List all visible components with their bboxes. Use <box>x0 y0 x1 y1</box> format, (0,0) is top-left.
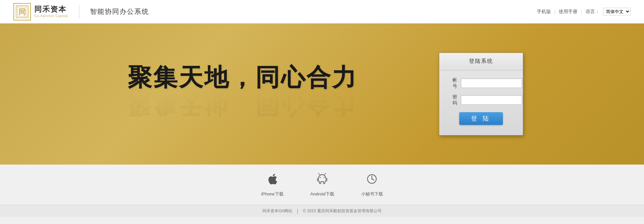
booklet-label: 小秘书下载 <box>361 191 383 197</box>
svg-line-8 <box>325 173 326 175</box>
header-left: 同 同禾资本 Co-harvest Capital 智能协同办公系统 <box>13 3 149 20</box>
logo-en: Co-harvest Capital <box>34 14 68 18</box>
booklet-download[interactable]: 小秘书下载 <box>361 173 383 197</box>
logo-cn: 同禾资本 <box>34 5 68 14</box>
iphone-label: iPhone下载 <box>261 191 283 197</box>
android-label: Android下载 <box>310 191 334 197</box>
logo-box: 同 同禾资本 Co-harvest Capital <box>13 3 68 20</box>
login-form: 帐 号 密 码 登 陆 <box>439 71 523 125</box>
booklet-icon <box>366 173 378 188</box>
svg-point-3 <box>320 177 321 178</box>
logo-text: 同禾资本 Co-harvest Capital <box>34 5 68 18</box>
header-divider <box>79 5 79 18</box>
hero-section: 聚集天地，同心合力 聚集天地，同心合力 登陆系统 帐 号 密 码 登 陆 <box>0 24 644 165</box>
footer-sep: │ <box>296 209 299 214</box>
android-download[interactable]: Android下载 <box>310 173 334 197</box>
username-input[interactable] <box>461 79 522 88</box>
footer-site: 同禾资本OA网站 <box>262 208 292 214</box>
footer-copyright: © 2015 重庆同禾毅权投资基金管理有限公司 <box>303 208 382 214</box>
username-row: 帐 号 <box>446 77 516 89</box>
hero-content: 聚集天地，同心合力 聚集天地，同心合力 <box>128 64 357 119</box>
sep2: | <box>581 9 582 14</box>
password-label: 密 码 <box>446 94 458 106</box>
mobile-link[interactable]: 手机版 <box>537 9 551 15</box>
login-title: 登陆系统 <box>439 53 523 71</box>
sep1: | <box>554 9 556 14</box>
header-subtitle: 智能协同办公系统 <box>90 7 149 16</box>
login-button[interactable]: 登 陆 <box>459 112 503 125</box>
lang-label: 语言： <box>586 9 600 15</box>
login-box: 登陆系统 帐 号 密 码 登 陆 <box>439 53 523 135</box>
manual-link[interactable]: 使用手册 <box>559 9 577 15</box>
hero-slogan-reflection: 聚集天地，同心合力 <box>128 92 357 119</box>
header: 同 同禾资本 Co-harvest Capital 智能协同办公系统 手机版 |… <box>0 0 644 24</box>
logo-icon: 同 <box>13 3 31 20</box>
lang-select[interactable]: 简体中文 <box>603 8 631 15</box>
header-nav: 手机版 | 使用手册 | 语言： 简体中文 <box>537 8 631 15</box>
svg-point-4 <box>324 177 325 178</box>
apple-icon <box>266 173 279 188</box>
footer: 同禾资本OA网站 │ © 2015 重庆同禾毅权投资基金管理有限公司 <box>0 205 644 217</box>
svg-line-7 <box>318 173 320 175</box>
password-row: 密 码 <box>446 94 516 106</box>
password-input[interactable] <box>461 95 522 105</box>
svg-line-11 <box>372 179 374 180</box>
username-label: 帐 号 <box>446 77 458 89</box>
hero-slogan: 聚集天地，同心合力 <box>128 64 357 91</box>
android-icon <box>316 173 329 188</box>
svg-text:同: 同 <box>18 8 26 16</box>
download-section: iPhone下载 Android下载 小秘书下载 <box>0 165 644 205</box>
iphone-download[interactable]: iPhone下载 <box>261 173 283 197</box>
